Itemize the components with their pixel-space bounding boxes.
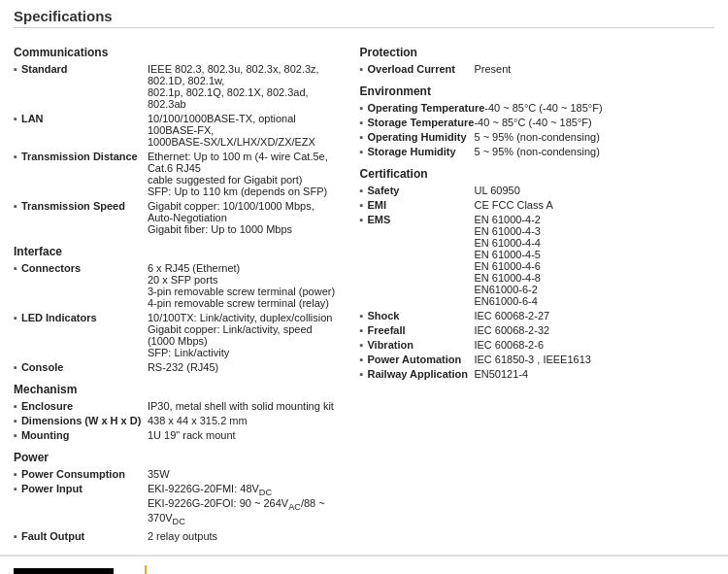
label-enclosure: Enclosure [21,400,148,412]
label-dimensions: Dimensions (W x H x D) [21,415,148,426]
page-title: Specifications [14,8,714,28]
spec-transmission-distance: ▪ Transmission Distance Ethernet: Up to … [14,151,341,197]
spec-transmission-speed: ▪ Transmission Speed Gigabit copper: 10/… [14,200,341,235]
section-communications-title: Communications [14,46,341,59]
label-mounting: Mounting [21,429,148,441]
spec-power-automation: ▪ Power Automation IEC 61850-3 , IEEE161… [360,354,714,365]
spec-storage-temperature: ▪ Storage Temperature -40 ~ 85°C (-40 ~ … [360,117,714,128]
value-transmission-speed: Gigabit copper: 10/100/1000 Mbps, Auto-N… [148,200,341,235]
label-console: Console [21,361,148,373]
label-fault-output: Fault Output [21,530,148,542]
value-power-input: EKI-9226G-20FMI: 48VDCEKI-9226G-20FOI: 9… [148,483,341,527]
spec-power-input: ▪ Power Input EKI-9226G-20FMI: 48VDCEKI-… [14,483,341,527]
page-content: Specifications Communications ▪ Standard… [0,0,728,574]
spec-emi: ▪ EMI CE FCC Class A [360,199,714,211]
label-power-consumption: Power Consumption [21,468,148,480]
label-railway-application: Railway Application [367,368,474,380]
value-vibration: IEC 60068-2-6 [474,339,714,351]
bullet: ▪ [360,368,364,380]
label-transmission-distance: Transmission Distance [21,151,148,162]
value-mounting: 1U 19" rack mount [148,429,341,441]
value-power-consumption: 35W [148,468,341,480]
footer-logo: ADʟANTECH [14,568,116,574]
value-transmission-distance: Ethernet: Up to 100 m (4- wire Cat.5e, C… [148,151,341,197]
label-ems: EMS [367,214,474,225]
label-storage-temperature: Storage Temperature [367,117,474,128]
value-emi: CE FCC Class A [474,199,714,211]
bullet: ▪ [14,312,17,323]
spec-overload-current: ▪ Overload Current Present [360,63,714,75]
spec-enclosure: ▪ Enclosure IP30, metal shell with solid… [14,400,341,412]
value-standard: IEEE 802.3, 802.3u, 802.3x, 802.3z, 802.… [148,63,341,110]
logo-box: ADʟANTECH [14,568,114,574]
spec-connectors: ▪ Connectors 6 x RJ45 (Ethernet)20 x SFP… [14,262,341,309]
spec-operating-temperature: ▪ Operating Temperature -40 ~ 85°C (-40 … [360,102,714,114]
label-storage-humidity: Storage Humidity [367,146,474,157]
label-power-input: Power Input [21,483,148,494]
bullet: ▪ [360,185,364,196]
bullet: ▪ [360,102,364,114]
value-operating-temperature: -40 ~ 85°C (-40 ~ 185°F) [484,102,714,114]
value-power-automation: IEC 61850-3 , IEEE1613 [474,354,714,365]
bullet: ▪ [360,117,364,128]
spec-vibration: ▪ Vibration IEC 60068-2-6 [360,339,714,351]
spec-standard: ▪ Standard IEEE 802.3, 802.3u, 802.3x, 8… [14,63,341,110]
footer: ADʟANTECH Industrial Ethernet Solutions … [0,555,728,574]
value-shock: IEC 60068-2-27 [474,310,714,321]
spec-dimensions: ▪ Dimensions (W x H x D) 438 x 44 x 315.… [14,415,341,426]
bullet: ▪ [14,200,17,212]
spec-mounting: ▪ Mounting 1U 19" rack mount [14,429,341,441]
label-shock: Shock [367,310,474,321]
value-overload-current: Present [474,63,714,75]
value-storage-temperature: -40 ~ 85°C (-40 ~ 185°F) [474,117,714,128]
label-vibration: Vibration [367,339,474,351]
value-enclosure: IP30, metal shell with solid mounting ki… [148,400,341,412]
value-operating-humidity: 5 ~ 95% (non-condensing) [474,131,714,143]
spec-freefall: ▪ Freefall IEC 60068-2-32 [360,324,714,336]
section-certification-title: Certification [360,167,714,181]
value-freefall: IEC 60068-2-32 [474,324,714,336]
label-power-automation: Power Automation [367,354,474,365]
label-operating-humidity: Operating Humidity [367,131,474,143]
spec-power-consumption: ▪ Power Consumption 35W [14,468,341,480]
value-safety: UL 60950 [474,185,714,196]
bullet: ▪ [360,63,364,75]
bullet: ▪ [14,415,17,426]
value-dimensions: 438 x 44 x 315.2 mm [148,415,341,426]
spec-ems: ▪ EMS EN 61000-4-2EN 61000-4-3EN 61000-4… [360,214,714,307]
right-column: Protection ▪ Overload Current Present En… [350,36,714,545]
spec-console: ▪ Console RS-232 (RJ45) [14,361,341,373]
bullet: ▪ [360,310,364,321]
bullet: ▪ [14,468,17,480]
bullet: ▪ [14,429,17,441]
label-lan: LAN [21,113,148,124]
bullet: ▪ [14,262,17,274]
label-operating-temperature: Operating Temperature [367,102,484,114]
spec-operating-humidity: ▪ Operating Humidity 5 ~ 95% (non-conden… [360,131,714,143]
spec-led-indicators: ▪ LED Indicators 10/100TX: Link/activity… [14,312,341,358]
two-col-layout: Communications ▪ Standard IEEE 802.3, 80… [14,36,714,545]
bullet: ▪ [360,324,364,336]
label-transmission-speed: Transmission Speed [21,200,148,212]
bullet: ▪ [360,146,364,157]
label-led-indicators: LED Indicators [21,312,148,323]
label-safety: Safety [367,185,474,196]
label-standard: Standard [21,63,148,75]
bullet: ▪ [360,214,364,225]
bullet: ▪ [360,354,364,365]
bullet: ▪ [14,63,17,75]
spec-storage-humidity: ▪ Storage Humidity 5 ~ 95% (non-condensi… [360,146,714,157]
bullet: ▪ [360,199,364,211]
label-connectors: Connectors [21,262,148,274]
footer-divider [145,565,147,574]
value-storage-humidity: 5 ~ 95% (non-condensing) [474,146,714,157]
value-ems: EN 61000-4-2EN 61000-4-3EN 61000-4-4EN 6… [474,214,714,307]
spec-fault-output: ▪ Fault Output 2 relay outputs [14,530,341,542]
label-emi: EMI [367,199,474,211]
value-console: RS-232 (RJ45) [148,361,341,373]
spec-railway-application: ▪ Railway Application EN50121-4 [360,368,714,380]
bullet: ▪ [360,131,364,143]
spec-shock: ▪ Shock IEC 60068-2-27 [360,310,714,321]
bullet: ▪ [14,113,17,124]
bullet: ▪ [14,530,17,542]
